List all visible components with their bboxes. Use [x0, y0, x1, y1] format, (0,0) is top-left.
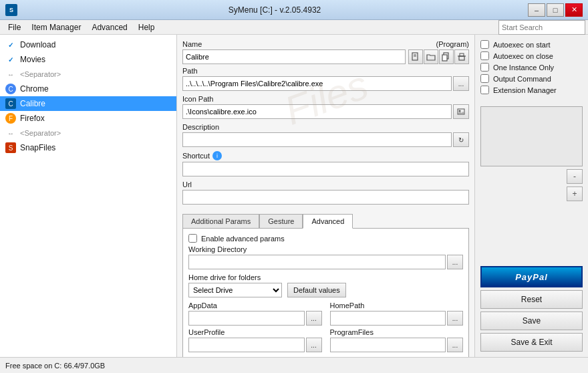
working-dir-label: Working Directory	[188, 245, 463, 253]
description-refresh-btn[interactable]: ↻	[453, 132, 469, 147]
sidebar-item-firefox[interactable]: F Firefox	[0, 111, 176, 126]
name-label-row: Name (Program)	[182, 40, 469, 48]
shortcut-input[interactable]	[182, 162, 469, 176]
one-instance-label: One Instance Only	[493, 64, 554, 72]
sidebar-item-label: <Separator>	[20, 70, 61, 78]
output-command-row: Output Command	[480, 74, 583, 83]
sidebar-item-label: Firefox	[20, 114, 45, 123]
one-instance-checkbox[interactable]	[480, 63, 489, 72]
menu-item-manager[interactable]: Item Manager	[26, 21, 86, 33]
save-button[interactable]: Save	[480, 312, 583, 330]
autoexec-close-checkbox[interactable]	[480, 51, 489, 60]
extension-manager-label: Extension Manager	[493, 86, 557, 94]
save-exit-button[interactable]: Save & Exit	[480, 333, 583, 352]
tab-additional-params[interactable]: Additional Params	[182, 214, 259, 229]
sidebar-item-movies[interactable]: ✓ Movies	[0, 52, 176, 67]
sidebar-item-download[interactable]: ✓ Download	[0, 37, 176, 52]
working-dir-input[interactable]	[188, 255, 446, 269]
homepath-browse-btn[interactable]: ...	[447, 311, 463, 326]
folder-icon-btn[interactable]	[424, 49, 438, 64]
one-instance-row: One Instance Only	[480, 63, 583, 72]
shortcut-group: Shortcut i	[182, 151, 469, 176]
minimize-button[interactable]: –	[528, 3, 545, 17]
extension-manager-checkbox[interactable]	[480, 86, 489, 94]
description-label: Description	[182, 123, 469, 131]
image-preview-container: - +	[480, 106, 583, 201]
enable-advanced-checkbox[interactable]	[188, 234, 197, 243]
userprofile-section: UserProfile ...	[188, 328, 322, 352]
autoexec-start-row: Autoexec on start	[480, 40, 583, 49]
maximize-button[interactable]: □	[547, 3, 564, 17]
shortcut-label: Shortcut	[182, 152, 210, 160]
autoexec-close-label: Autoexec on close	[493, 52, 553, 60]
appdata-input[interactable]	[188, 311, 305, 326]
sidebar-item-snapfiles[interactable]: S SnapFiles	[0, 140, 176, 155]
programfiles-browse-btn[interactable]: ...	[447, 338, 463, 352]
select-drive-dropdown[interactable]: Select Drive	[188, 283, 282, 297]
status-text: Free space on C: 66.4/97.0GB	[5, 362, 105, 370]
tab-advanced[interactable]: Advanced	[303, 214, 353, 229]
sidebar-item-label: Calibre	[20, 99, 45, 108]
programfiles-label: ProgramFiles	[330, 328, 464, 336]
file-icon-btn[interactable]	[408, 49, 423, 64]
printer-icon-btn[interactable]	[454, 49, 469, 64]
autoexec-start-checkbox[interactable]	[480, 40, 489, 49]
appdata-browse-btn[interactable]: ...	[306, 311, 322, 326]
description-input[interactable]	[182, 132, 452, 147]
appdata-section: AppData ...	[188, 301, 322, 326]
output-command-checkbox[interactable]	[480, 74, 489, 83]
userprofile-browse-btn[interactable]: ...	[306, 338, 322, 352]
image-icon	[457, 108, 465, 116]
menu-advanced[interactable]: Advanced	[86, 21, 132, 33]
svg-rect-4	[442, 55, 447, 61]
menu-bar: File Item Manager Advanced Help	[0, 20, 588, 35]
home-drive-section: Home drive for folders Select Drive Defa…	[188, 273, 463, 297]
search-input[interactable]	[498, 20, 585, 35]
homepath-input[interactable]	[330, 311, 446, 326]
sidebar-item-label: SnapFiles	[20, 143, 55, 152]
working-dir-browse-btn[interactable]: ...	[447, 255, 463, 269]
enable-advanced-row: Enable advanced params	[188, 234, 463, 243]
snapfiles-icon: S	[5, 142, 16, 153]
description-input-row: ↻	[182, 132, 469, 147]
path-input[interactable]	[182, 76, 452, 91]
check-icon: ✓	[5, 54, 16, 65]
copy-svg	[442, 52, 451, 61]
close-button[interactable]: ✕	[565, 3, 583, 17]
tab-gesture[interactable]: Gesture	[259, 214, 303, 229]
checkbox-section: Autoexec on start Autoexec on close One …	[480, 40, 583, 97]
sidebar-item-chrome[interactable]: C Chrome	[0, 82, 176, 96]
window-title: SyMenu [C:] - v.2.05.4932	[21, 5, 528, 15]
path-browse-btn[interactable]: ...	[453, 76, 469, 91]
tabs: Additional Params Gesture Advanced	[182, 214, 469, 229]
menu-file[interactable]: File	[3, 21, 26, 33]
programfiles-input[interactable]	[330, 338, 446, 352]
preview-minus-btn[interactable]: -	[567, 169, 583, 184]
copy-icon-btn[interactable]	[439, 49, 454, 64]
path-group: Path ...	[182, 67, 469, 91]
info-icon: i	[212, 151, 222, 160]
sidebar-item-calibre[interactable]: C Calibre	[0, 96, 176, 111]
tab-content-advanced: Enable advanced params Working Directory…	[182, 229, 469, 357]
sidebar-item-label: <Separator>	[20, 129, 61, 137]
paypal-button[interactable]: PayPal	[480, 266, 583, 287]
check-icon: ✓	[5, 39, 16, 50]
icon-path-input-row	[182, 104, 469, 119]
programfiles-section: ProgramFiles ...	[330, 328, 464, 352]
default-values-btn[interactable]: Default values	[287, 283, 346, 297]
home-drive-label: Home drive for folders	[188, 273, 463, 281]
icon-path-input[interactable]	[182, 104, 452, 119]
file-svg	[411, 52, 420, 61]
url-group: Url	[182, 180, 469, 205]
folder-svg	[426, 52, 436, 61]
userprofile-input[interactable]	[188, 338, 305, 352]
main-container: ✓ Download ✓ Movies ↔ <Separator> C Chro…	[0, 35, 588, 357]
url-input[interactable]	[182, 190, 469, 205]
reset-button[interactable]: Reset	[480, 290, 583, 309]
menu-help[interactable]: Help	[133, 21, 160, 33]
autoexec-start-label: Autoexec on start	[493, 41, 551, 49]
name-input[interactable]	[182, 49, 406, 64]
printer-svg	[457, 52, 466, 61]
preview-plus-btn[interactable]: +	[567, 186, 583, 201]
icon-browse-btn[interactable]	[453, 104, 469, 119]
